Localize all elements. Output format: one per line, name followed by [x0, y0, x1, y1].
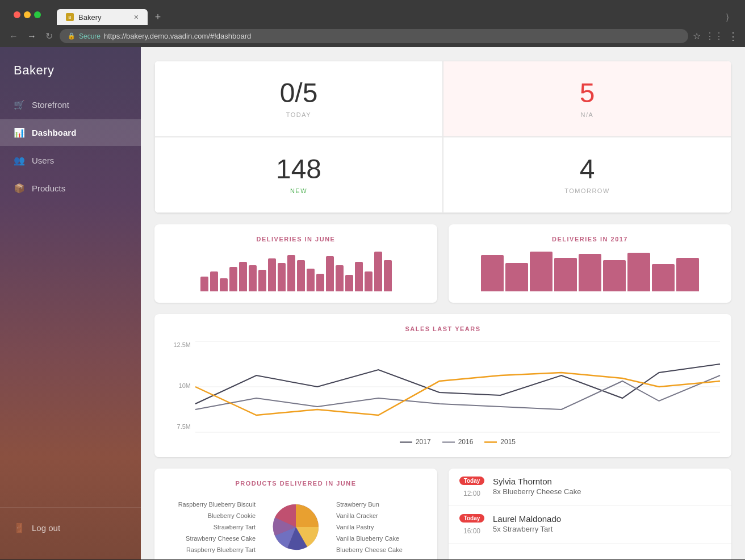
bar [627, 253, 650, 291]
bar [297, 260, 305, 291]
forward-button[interactable]: → [25, 29, 39, 44]
bar [229, 267, 237, 291]
traffic-lights [7, 11, 48, 23]
na-label: N/A [581, 111, 594, 118]
stat-na: 5 N/A [443, 61, 731, 137]
app-window: Bakery 🛒 Storefront 📊 Dashboard 👥 Users … [0, 47, 745, 559]
browser-chrome: B Bakery × + ⟩ ← → ↻ 🔒 Secure https://ba… [0, 0, 745, 47]
browser-menu-button[interactable]: ⋮ [728, 30, 738, 43]
legend-2016-label: 2016 [458, 438, 474, 446]
legend-2015-label: 2015 [500, 438, 516, 446]
chart-legend: 2017 2016 2015 [195, 438, 720, 446]
pie-label-1: Blueberry Cookie [166, 512, 256, 519]
new-value: 148 [276, 156, 321, 183]
sidebar-item-storefront[interactable]: 🛒 Storefront [0, 91, 141, 118]
extensions-button[interactable]: ⋮⋮ [705, 31, 723, 41]
sidebar-item-users[interactable]: 👥 Users [0, 147, 141, 174]
bar [220, 278, 228, 291]
bar [345, 275, 353, 291]
new-label: NEW [290, 187, 307, 194]
back-button[interactable]: ← [7, 29, 20, 44]
delivery-item-1: Today 16:00 Laurel Maldonado 5x Strawber… [449, 506, 731, 544]
logout-button[interactable]: 🚪 Log out [0, 515, 141, 541]
bookmark-button[interactable]: ☆ [693, 31, 701, 41]
reload-button[interactable]: ↻ [43, 28, 55, 44]
bar [326, 256, 334, 291]
tomorrow-label: TOMORROW [564, 187, 610, 194]
legend-2016: 2016 [442, 438, 474, 446]
new-tab-button[interactable]: + [150, 9, 166, 25]
deliveries-june-title: DELIVERIES IN JUNE [166, 236, 426, 243]
app-logo: Bakery [0, 47, 141, 91]
pie-label-r1: Vanilla Cracker [336, 512, 426, 519]
secure-label: Secure [79, 32, 101, 40]
pie-title: PRODUCTS DELIVERED IN JUNE [166, 480, 426, 487]
tab-close-button[interactable]: × [134, 12, 139, 22]
delivery-badge-1: Today [459, 514, 485, 523]
bar [307, 269, 315, 291]
users-icon: 👥 [14, 155, 25, 166]
bar [603, 260, 626, 291]
bar [258, 270, 266, 291]
minimize-button[interactable] [24, 11, 31, 18]
bar [652, 264, 675, 291]
bar [481, 255, 504, 291]
pie-label-3: Strawberry Cheese Cake [166, 535, 256, 542]
main-content: 0/5 TODAY 5 N/A 148 NEW 4 TOMORROW DELIV… [141, 47, 745, 559]
delivery-info-0: Sylvia Thornton 8x Blueberry Cheese Cake [493, 477, 581, 496]
bar [530, 252, 553, 291]
bar [579, 254, 601, 291]
browser-tabs: B Bakery × + ⟩ [52, 9, 738, 25]
bar [316, 274, 324, 291]
bottom-row: PRODUCTS DELIVERED IN JUNE Raspberry Blu… [154, 469, 731, 559]
bar [355, 262, 363, 291]
logout-icon: 🚪 [14, 523, 25, 533]
lock-icon: 🔒 [68, 32, 76, 40]
legend-2015: 2015 [484, 438, 516, 446]
pie-card: PRODUCTS DELIVERED IN JUNE Raspberry Blu… [154, 469, 437, 559]
delivery-item-0: Today 12:00 Sylvia Thornton 8x Blueberry… [449, 469, 731, 506]
address-bar[interactable]: 🔒 Secure https://bakery.demo.vaadin.com/… [60, 29, 688, 43]
sidebar-label-dashboard: Dashboard [32, 128, 76, 137]
legend-2017-label: 2017 [416, 438, 431, 446]
tab-favicon: B [66, 13, 74, 21]
pie-label-r2: Vanilla Pastry [336, 524, 426, 530]
legend-2017: 2017 [400, 438, 431, 446]
stat-today: 0/5 TODAY [154, 61, 443, 137]
bar [374, 252, 382, 291]
maximize-button[interactable] [34, 11, 41, 18]
close-button[interactable] [14, 11, 20, 18]
dashboard-icon: 📊 [14, 127, 25, 138]
sidebar-divider [0, 507, 141, 508]
tab-strip-controls: ⟩ [721, 10, 734, 25]
y-label-75: 7.5M [166, 423, 191, 430]
delivery-detail-0: 8x Blueberry Cheese Cake [493, 487, 581, 496]
delivery-name-1: Laurel Maldonado [493, 514, 561, 524]
y-label-125: 12.5M [166, 341, 191, 348]
sidebar-label-storefront: Storefront [32, 100, 69, 110]
charts-row: DELIVERIES IN JUNE DELIVERIES IN 2017 [154, 224, 731, 303]
bar [278, 263, 286, 291]
sidebar-item-products[interactable]: 📦 Products [0, 175, 141, 202]
stats-grid: 0/5 TODAY 5 N/A 148 NEW 4 TOMORROW [154, 61, 731, 213]
pie-labels-right: Strawberry Bun Vanilla Cracker Vanilla P… [336, 501, 426, 553]
sidebar-item-dashboard[interactable]: 📊 Dashboard [0, 119, 141, 146]
bar [365, 271, 372, 291]
delivery-detail-1: 5x Strawberry Tart [493, 525, 561, 533]
storefront-icon: 🛒 [14, 99, 25, 110]
tab-title: Bakery [78, 13, 101, 22]
stat-tomorrow: 4 TOMORROW [443, 137, 731, 213]
bar [676, 258, 699, 291]
bar [336, 265, 344, 291]
pie-label-r4: Blueberry Cheese Cake [336, 546, 426, 553]
bar [210, 271, 218, 291]
browser-toolbar: ← → ↻ 🔒 Secure https://bakery.demo.vaadi… [0, 25, 745, 47]
bar [287, 255, 295, 291]
sidebar: Bakery 🛒 Storefront 📊 Dashboard 👥 Users … [0, 47, 141, 559]
delivery-time-0: 12:00 [463, 490, 480, 498]
deliveries-2017-chart [460, 252, 720, 291]
tomorrow-value: 4 [580, 156, 595, 183]
pie-label-2: Strawberry Tart [166, 524, 256, 530]
bar [268, 258, 276, 291]
active-tab[interactable]: B Bakery × [57, 9, 148, 25]
